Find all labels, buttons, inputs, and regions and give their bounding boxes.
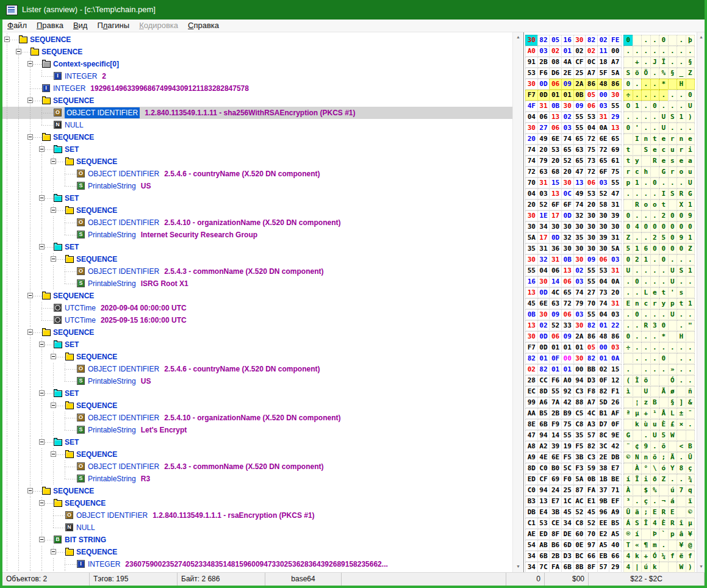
hex-byte[interactable]: 31	[609, 199, 622, 210]
tree-node-type-label[interactable]: SEQUENCE	[41, 48, 82, 56]
ascii-char[interactable]: .	[641, 188, 651, 199]
ascii-char[interactable]: ö	[641, 375, 651, 386]
hex-byte[interactable]: A9	[525, 452, 538, 463]
hex-byte[interactable]: 5C	[561, 463, 574, 474]
hex-byte[interactable]: 30	[585, 221, 598, 232]
tree-row[interactable]: IINTEGER23607590023527405233483514815960…	[2, 558, 512, 570]
ascii-char[interactable]: Ö	[641, 68, 651, 79]
hex-byte[interactable]: 30	[549, 221, 562, 232]
ascii-char[interactable]: I	[633, 134, 642, 145]
ascii-char[interactable]: .	[659, 364, 669, 375]
hex-byte[interactable]: 29	[609, 562, 622, 572]
hex-byte[interactable]: 09	[549, 309, 562, 320]
hex-byte[interactable]: 74	[573, 287, 586, 298]
hex-byte[interactable]: A2	[537, 441, 550, 452]
ascii-char[interactable]: ¬	[659, 496, 669, 507]
ascii-char[interactable]: 0	[623, 35, 633, 46]
hex-byte[interactable]: 70	[525, 177, 538, 188]
tree-node-type-label[interactable]: NULL	[65, 121, 84, 129]
ascii-char[interactable]: 4	[623, 562, 633, 572]
ascii-char[interactable]: .	[659, 177, 669, 188]
ascii-char[interactable]	[676, 507, 686, 518]
hex-byte[interactable]: 02	[573, 265, 586, 276]
ascii-char[interactable]: .	[623, 364, 633, 375]
ascii-char[interactable]: «	[633, 540, 642, 551]
hex-byte[interactable]: 02	[561, 112, 574, 123]
ascii-char[interactable]	[668, 441, 678, 452]
ascii-char[interactable]: ø	[668, 386, 678, 397]
ascii-char[interactable]: u	[650, 419, 660, 430]
ascii-char[interactable]	[668, 353, 678, 364]
ascii-char[interactable]: .	[676, 320, 686, 331]
ascii-char[interactable]: â	[676, 529, 686, 540]
hex-byte[interactable]: EF	[609, 496, 622, 507]
ascii-char[interactable]: ¾	[686, 474, 695, 485]
ascii-char[interactable]: ¥	[686, 529, 695, 540]
tree-node-type-label[interactable]: PrintableString	[88, 426, 136, 434]
ascii-char[interactable]: 0	[641, 221, 651, 232]
tree-row[interactable]: SPrintableStringUS	[2, 180, 512, 192]
hex-byte[interactable]: A5	[597, 540, 610, 551]
ascii-char[interactable]	[668, 35, 678, 46]
ascii-char[interactable]: 0	[650, 177, 660, 188]
hex-byte[interactable]: C3	[585, 452, 598, 463]
tree-node-type-label[interactable]: SEQUENCE	[76, 450, 117, 459]
collapse-minus-icon[interactable]	[39, 537, 45, 542]
ascii-char[interactable]: Ó	[650, 551, 660, 562]
ascii-char[interactable]: .	[650, 35, 660, 46]
hex-byte[interactable]: 30	[561, 177, 574, 188]
hex-byte[interactable]: F9	[549, 419, 562, 430]
hex-byte[interactable]: 52	[597, 188, 610, 199]
hex-byte[interactable]: 30	[585, 232, 598, 243]
ascii-char[interactable]: E	[623, 298, 633, 309]
tree-row[interactable]: OOBJECT IDENTIFIER2.5.4.10 - organizatio…	[2, 412, 512, 424]
ascii-char[interactable]: Y	[668, 463, 678, 474]
hex-byte[interactable]: 0C	[561, 188, 574, 199]
ascii-char[interactable]: .	[623, 112, 633, 123]
tree-node-type-label[interactable]: PrintableString	[88, 182, 136, 190]
menu-item-3[interactable]: Плагины	[92, 20, 134, 32]
hex-byte[interactable]: 25	[573, 68, 586, 79]
ascii-char[interactable]: R	[676, 188, 686, 199]
ascii-char[interactable]: ¢	[633, 441, 642, 452]
ascii-char[interactable]: .	[676, 46, 686, 57]
ascii-char[interactable]	[668, 562, 678, 572]
hex-byte[interactable]: AA	[525, 408, 538, 419]
ascii-char[interactable]	[633, 35, 642, 46]
hex-byte[interactable]: 55	[549, 386, 562, 397]
hex-byte[interactable]: 0D	[537, 331, 550, 342]
hex-byte[interactable]: 0D	[549, 232, 562, 243]
tree-row[interactable]: NNULL	[2, 522, 512, 534]
hex-byte[interactable]: AB	[537, 540, 550, 551]
ascii-char[interactable]: U	[623, 265, 633, 276]
ascii-char[interactable]: ¨	[623, 441, 633, 452]
hex-byte[interactable]: 52	[573, 507, 586, 518]
ascii-char[interactable]: E	[650, 507, 660, 518]
tree-node-type-label[interactable]: INTEGER	[65, 72, 97, 81]
ascii-char[interactable]	[641, 529, 651, 540]
tree-row[interactable]: OOBJECT IDENTIFIER2.5.4.10 - organizatio…	[2, 217, 512, 229]
ascii-char[interactable]: ]	[676, 397, 686, 408]
hex-byte[interactable]: FE	[609, 35, 622, 46]
tree-row[interactable]: SEQUENCE	[2, 400, 512, 412]
ascii-char[interactable]: r	[668, 134, 678, 145]
ascii-char[interactable]: .	[641, 112, 651, 123]
hex-byte[interactable]: 16	[561, 35, 574, 46]
hex-byte[interactable]: F5	[573, 441, 586, 452]
ascii-char[interactable]: È	[659, 419, 669, 430]
hex-byte[interactable]: 05	[549, 35, 562, 46]
hex-byte[interactable]: 20	[561, 167, 574, 177]
ascii-char[interactable]: .	[676, 123, 686, 134]
ascii-char[interactable]: .	[668, 474, 678, 485]
hex-byte[interactable]: 53	[525, 68, 538, 79]
hex-byte[interactable]: 02	[549, 46, 562, 57]
hex-byte[interactable]: 14	[549, 276, 562, 287]
tree-node-type-label[interactable]: SET	[65, 340, 79, 349]
hex-byte[interactable]: 82	[597, 386, 610, 397]
hex-byte[interactable]: A0	[525, 46, 538, 57]
hex-byte[interactable]: 57	[597, 562, 610, 572]
tree-node-type-label[interactable]: OBJECT IDENTIFIER	[88, 218, 159, 227]
ascii-char[interactable]: Î	[641, 518, 651, 529]
ascii-char[interactable]: s	[676, 287, 686, 298]
ascii-char[interactable]: .	[633, 331, 642, 342]
